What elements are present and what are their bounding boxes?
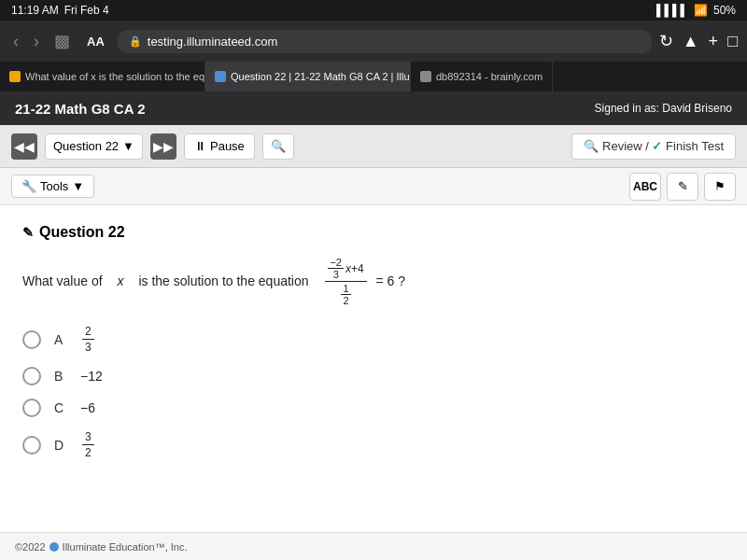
company: Illuminate Education™, Inc.	[63, 541, 188, 553]
date: Fri Feb 4	[64, 4, 109, 17]
option-d[interactable]: D 3 2	[22, 430, 725, 459]
main-fraction: −2 3 x+4 1 2	[325, 256, 366, 306]
text-prefix: What value of	[22, 273, 103, 288]
sub-toolbar-right: ABC ✎ ⚑	[629, 173, 736, 201]
browser-tabs: What value of x is the solution to the e…	[0, 62, 747, 91]
question-header: ✎ Question 22	[22, 224, 725, 241]
option-a[interactable]: A 2 3	[22, 325, 725, 354]
toolbar-left: ◀◀ Question 22 ▼ ▶▶ ⏸ Pause 🔍	[11, 133, 564, 160]
lock-icon: 🔒	[129, 35, 142, 48]
option-c-letter: C	[54, 400, 67, 415]
prev-question-button[interactable]: ◀◀	[11, 133, 37, 160]
app-title: 21-22 Math G8 CA 2	[15, 101, 146, 117]
footer: ©2022 Illuminate Education™, Inc.	[0, 532, 747, 560]
option-b-value: −12	[80, 369, 103, 384]
abc-button[interactable]: ABC	[629, 173, 661, 201]
tab-2[interactable]: Question 22 | 21-22 Math G8 CA 2 | Illum…	[205, 62, 411, 91]
next-question-button[interactable]: ▶▶	[150, 133, 176, 160]
denom-frac: 1 2	[341, 283, 350, 306]
url-text: testing.illuminateed.com	[148, 35, 277, 49]
tab-1[interactable]: What value of x is the solution to the e…	[0, 62, 205, 91]
tabs-button[interactable]: ▩	[50, 29, 74, 53]
signal-icon: ▌▌▌▌	[656, 4, 688, 17]
tab-3-favicon	[420, 71, 431, 82]
option-c-value: −6	[80, 400, 95, 415]
signed-in: Signed in as: David Briseno	[595, 102, 732, 115]
answer-options: A 2 3 B −12 C −6 D 3	[22, 325, 725, 459]
pencil-icon: ✎	[22, 225, 34, 240]
main-content: ✎ Question 22 What value of x is the sol…	[0, 205, 747, 532]
time: 11:19 AM	[11, 4, 59, 17]
option-b-letter: B	[54, 369, 67, 384]
toolbar-right: 🔍 Review / ✓ Finish Test	[571, 133, 736, 160]
radio-a[interactable]	[22, 330, 41, 349]
tab-3[interactable]: db892314 - brainly.com	[411, 62, 553, 91]
question-label: Question 22	[53, 139, 119, 153]
browser-actions: ↻ ▲ + □	[659, 31, 738, 51]
radio-c[interactable]	[22, 399, 41, 417]
tools-chevron: ▼	[72, 179, 84, 193]
main-numerator: −2 3 x+4	[325, 256, 366, 282]
battery: 50%	[713, 4, 736, 17]
flag-icon: ⚑	[714, 179, 726, 193]
variable: x	[118, 273, 124, 288]
option-a-letter: A	[54, 332, 67, 347]
review-finish-label: Review / ✓ Finish Test	[602, 139, 724, 153]
search-icon-review: 🔍	[584, 139, 599, 153]
equation: −2 3 x+4 1 2 = 6 ?	[323, 256, 405, 306]
question-selector-chevron: ▼	[122, 139, 134, 153]
user-name: David Briseno	[662, 102, 732, 115]
wifi-icon: 📶	[694, 4, 708, 17]
review-finish-button[interactable]: 🔍 Review / ✓ Finish Test	[571, 133, 736, 160]
x-plus-4: x+4	[345, 262, 364, 275]
sub-toolbar: 🔧 Tools ▼ ABC ✎ ⚑	[0, 168, 747, 205]
pause-icon: ⏸	[194, 139, 206, 153]
search-button[interactable]: 🔍	[262, 133, 294, 160]
tab-1-label: What value of x is the solution to the e…	[25, 71, 205, 82]
copyright: ©2022	[15, 541, 46, 553]
address-bar[interactable]: 🔒 testing.illuminateed.com	[118, 30, 652, 53]
status-bar: 11:19 AM Fri Feb 4 ▌▌▌▌ 📶 50%	[0, 0, 747, 21]
tab-2-label: Question 22 | 21-22 Math G8 CA 2 | Illum…	[231, 71, 411, 82]
option-c[interactable]: C −6	[22, 399, 725, 417]
inner-frac: −2 3	[328, 257, 344, 280]
tab-2-favicon	[215, 71, 226, 82]
illuminate-dot-icon	[49, 542, 59, 552]
new-tab-button[interactable]: +	[709, 32, 719, 51]
option-b[interactable]: B −12	[22, 367, 725, 385]
search-icon: 🔍	[271, 139, 286, 153]
option-d-letter: D	[54, 438, 67, 453]
reload-button[interactable]: ↻	[659, 31, 673, 51]
radio-d[interactable]	[22, 436, 41, 455]
tab-3-label: db892314 - brainly.com	[436, 71, 543, 82]
edit-button[interactable]: ✎	[667, 173, 698, 201]
browser-chrome: ‹ › ▩ AA 🔒 testing.illuminateed.com ↻ ▲ …	[0, 21, 747, 62]
tab-1-favicon	[9, 71, 21, 82]
flag-button[interactable]: ⚑	[704, 173, 736, 201]
option-d-value: 3 2	[80, 430, 96, 459]
forward-button[interactable]: ›	[30, 30, 43, 53]
toolbar: ◀◀ Question 22 ▼ ▶▶ ⏸ Pause 🔍 🔍 Review /…	[0, 125, 747, 168]
radio-b[interactable]	[22, 367, 41, 385]
question-title: Question 22	[39, 224, 125, 241]
app-header: 21-22 Math G8 CA 2 Signed in as: David B…	[0, 91, 747, 125]
question-selector[interactable]: Question 22 ▼	[45, 133, 143, 160]
back-button[interactable]: ‹	[9, 30, 22, 53]
option-a-value: 2 3	[80, 325, 96, 354]
share-button[interactable]: ▲	[683, 32, 699, 51]
question-text: What value of x is the solution to the e…	[22, 256, 725, 306]
reader-button[interactable]: AA	[81, 33, 110, 50]
tools-button[interactable]: 🔧 Tools ▼	[11, 175, 94, 198]
equals-6: = 6 ?	[373, 273, 405, 288]
main-denominator: 1 2	[338, 282, 353, 306]
pause-button[interactable]: ⏸ Pause	[184, 133, 255, 160]
edit-icon: ✎	[678, 179, 688, 193]
tabs-overview-button[interactable]: □	[727, 32, 738, 51]
wrench-icon: 🔧	[21, 179, 36, 193]
